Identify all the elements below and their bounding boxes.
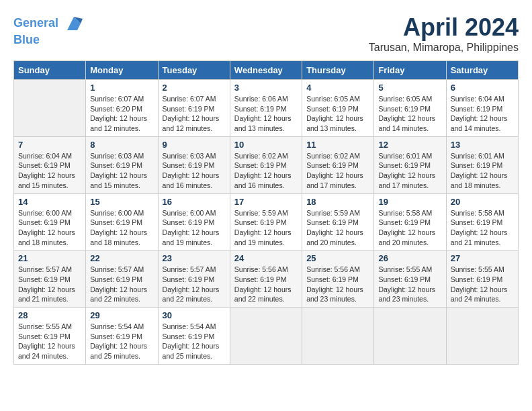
calendar-week-1: 1Sunrise: 6:07 AM Sunset: 6:20 PM Daylig…	[14, 80, 519, 137]
day-number: 26	[378, 253, 441, 263]
calendar-cell: 30Sunrise: 5:54 AM Sunset: 6:19 PM Dayli…	[158, 308, 230, 365]
weekday-header-monday: Monday	[86, 61, 158, 80]
day-number: 14	[18, 197, 81, 207]
weekday-header-row: SundayMondayTuesdayWednesdayThursdayFrid…	[14, 61, 519, 80]
logo-icon	[64, 13, 84, 34]
day-info: Sunrise: 6:04 AM Sunset: 6:19 PM Dayligh…	[451, 94, 514, 134]
day-number: 10	[234, 140, 298, 150]
calendar-cell: 9Sunrise: 6:03 AM Sunset: 6:19 PM Daylig…	[158, 136, 230, 193]
day-info: Sunrise: 6:01 AM Sunset: 6:19 PM Dayligh…	[451, 151, 514, 191]
calendar-cell: 11Sunrise: 6:02 AM Sunset: 6:19 PM Dayli…	[302, 136, 374, 193]
day-number: 1	[90, 83, 153, 93]
calendar-week-5: 28Sunrise: 5:55 AM Sunset: 6:19 PM Dayli…	[14, 308, 519, 365]
day-number: 19	[378, 197, 441, 207]
day-info: Sunrise: 5:56 AM Sunset: 6:19 PM Dayligh…	[234, 265, 298, 304]
calendar-cell: 3Sunrise: 6:06 AM Sunset: 6:19 PM Daylig…	[230, 80, 302, 137]
calendar-cell: 6Sunrise: 6:04 AM Sunset: 6:19 PM Daylig…	[446, 80, 518, 137]
day-number: 13	[451, 140, 514, 150]
weekday-header-wednesday: Wednesday	[230, 61, 302, 80]
day-number: 28	[18, 310, 81, 320]
calendar-cell: 18Sunrise: 5:59 AM Sunset: 6:19 PM Dayli…	[302, 193, 374, 250]
calendar-cell	[446, 308, 518, 365]
day-number: 3	[234, 83, 298, 93]
day-number: 4	[306, 83, 369, 93]
day-info: Sunrise: 6:01 AM Sunset: 6:19 PM Dayligh…	[378, 151, 441, 191]
calendar-cell: 25Sunrise: 5:56 AM Sunset: 6:19 PM Dayli…	[302, 250, 374, 308]
calendar-cell: 12Sunrise: 6:01 AM Sunset: 6:19 PM Dayli…	[374, 136, 446, 193]
calendar-cell: 4Sunrise: 6:05 AM Sunset: 6:19 PM Daylig…	[302, 80, 374, 137]
day-number: 16	[163, 197, 226, 207]
day-number: 12	[378, 140, 441, 150]
day-info: Sunrise: 6:06 AM Sunset: 6:19 PM Dayligh…	[234, 94, 298, 134]
day-info: Sunrise: 5:58 AM Sunset: 6:19 PM Dayligh…	[378, 208, 441, 248]
page-header: General Blue April 2024 Tarusan, Mimarop…	[13, 13, 519, 54]
weekday-header-thursday: Thursday	[302, 61, 374, 80]
day-number: 20	[451, 197, 514, 207]
calendar-cell: 5Sunrise: 6:05 AM Sunset: 6:19 PM Daylig…	[374, 80, 446, 137]
day-info: Sunrise: 6:02 AM Sunset: 6:19 PM Dayligh…	[234, 151, 298, 191]
title-block: April 2024 Tarusan, Mimaropa, Philippine…	[369, 13, 519, 54]
day-info: Sunrise: 6:05 AM Sunset: 6:19 PM Dayligh…	[306, 94, 369, 134]
day-number: 21	[18, 253, 81, 263]
day-info: Sunrise: 6:03 AM Sunset: 6:19 PM Dayligh…	[90, 151, 153, 191]
day-number: 22	[90, 253, 153, 263]
calendar-cell: 8Sunrise: 6:03 AM Sunset: 6:19 PM Daylig…	[86, 136, 158, 193]
calendar-cell: 26Sunrise: 5:55 AM Sunset: 6:19 PM Dayli…	[374, 250, 446, 308]
calendar-cell	[374, 308, 446, 365]
day-info: Sunrise: 5:59 AM Sunset: 6:19 PM Dayligh…	[234, 208, 298, 248]
calendar-cell	[14, 80, 86, 137]
day-info: Sunrise: 6:03 AM Sunset: 6:19 PM Dayligh…	[163, 151, 226, 191]
day-info: Sunrise: 6:00 AM Sunset: 6:19 PM Dayligh…	[90, 208, 153, 248]
day-info: Sunrise: 6:07 AM Sunset: 6:19 PM Dayligh…	[163, 94, 226, 134]
day-info: Sunrise: 6:00 AM Sunset: 6:19 PM Dayligh…	[18, 208, 81, 248]
calendar-cell: 29Sunrise: 5:54 AM Sunset: 6:19 PM Dayli…	[86, 308, 158, 365]
day-info: Sunrise: 5:59 AM Sunset: 6:19 PM Dayligh…	[306, 208, 369, 248]
weekday-header-sunday: Sunday	[14, 61, 86, 80]
month-title: April 2024	[369, 13, 519, 42]
calendar-table: SundayMondayTuesdayWednesdayThursdayFrid…	[13, 60, 519, 365]
day-number: 23	[163, 253, 226, 263]
day-number: 15	[90, 197, 153, 207]
calendar-cell: 14Sunrise: 6:00 AM Sunset: 6:19 PM Dayli…	[14, 193, 86, 250]
calendar-cell: 20Sunrise: 5:58 AM Sunset: 6:19 PM Dayli…	[446, 193, 518, 250]
logo: General Blue	[13, 13, 84, 47]
day-info: Sunrise: 5:55 AM Sunset: 6:19 PM Dayligh…	[378, 265, 441, 304]
calendar-cell: 13Sunrise: 6:01 AM Sunset: 6:19 PM Dayli…	[446, 136, 518, 193]
weekday-header-tuesday: Tuesday	[158, 61, 230, 80]
day-number: 6	[451, 83, 514, 93]
day-info: Sunrise: 6:00 AM Sunset: 6:19 PM Dayligh…	[163, 208, 226, 248]
calendar-body: 1Sunrise: 6:07 AM Sunset: 6:20 PM Daylig…	[14, 80, 519, 365]
calendar-cell: 23Sunrise: 5:57 AM Sunset: 6:19 PM Dayli…	[158, 250, 230, 308]
calendar-cell: 2Sunrise: 6:07 AM Sunset: 6:19 PM Daylig…	[158, 80, 230, 137]
calendar-cell: 7Sunrise: 6:04 AM Sunset: 6:19 PM Daylig…	[14, 136, 86, 193]
day-number: 2	[163, 83, 226, 93]
day-info: Sunrise: 5:56 AM Sunset: 6:19 PM Dayligh…	[306, 265, 369, 304]
calendar-cell: 24Sunrise: 5:56 AM Sunset: 6:19 PM Dayli…	[230, 250, 302, 308]
day-number: 11	[306, 140, 369, 150]
day-info: Sunrise: 6:02 AM Sunset: 6:19 PM Dayligh…	[306, 151, 369, 191]
calendar-cell: 22Sunrise: 5:57 AM Sunset: 6:19 PM Dayli…	[86, 250, 158, 308]
calendar-cell: 17Sunrise: 5:59 AM Sunset: 6:19 PM Dayli…	[230, 193, 302, 250]
location-subtitle: Tarusan, Mimaropa, Philippines	[369, 42, 519, 54]
day-number: 7	[18, 140, 81, 150]
day-number: 29	[90, 310, 153, 320]
day-number: 27	[451, 253, 514, 263]
calendar-cell: 15Sunrise: 6:00 AM Sunset: 6:19 PM Dayli…	[86, 193, 158, 250]
day-number: 30	[163, 310, 226, 320]
day-info: Sunrise: 6:04 AM Sunset: 6:19 PM Dayligh…	[18, 151, 81, 191]
day-info: Sunrise: 6:05 AM Sunset: 6:19 PM Dayligh…	[378, 94, 441, 134]
day-info: Sunrise: 5:54 AM Sunset: 6:19 PM Dayligh…	[90, 322, 153, 361]
day-info: Sunrise: 5:54 AM Sunset: 6:19 PM Dayligh…	[163, 322, 226, 361]
day-number: 18	[306, 197, 369, 207]
day-info: Sunrise: 5:55 AM Sunset: 6:19 PM Dayligh…	[451, 265, 514, 304]
day-info: Sunrise: 5:57 AM Sunset: 6:19 PM Dayligh…	[163, 265, 226, 304]
day-info: Sunrise: 5:58 AM Sunset: 6:19 PM Dayligh…	[451, 208, 514, 248]
day-info: Sunrise: 5:57 AM Sunset: 6:19 PM Dayligh…	[90, 265, 153, 304]
day-number: 25	[306, 253, 369, 263]
calendar-week-3: 14Sunrise: 6:00 AM Sunset: 6:19 PM Dayli…	[14, 193, 519, 250]
calendar-cell: 16Sunrise: 6:00 AM Sunset: 6:19 PM Dayli…	[158, 193, 230, 250]
weekday-header-saturday: Saturday	[446, 61, 518, 80]
day-number: 8	[90, 140, 153, 150]
calendar-cell	[302, 308, 374, 365]
calendar-cell: 27Sunrise: 5:55 AM Sunset: 6:19 PM Dayli…	[446, 250, 518, 308]
